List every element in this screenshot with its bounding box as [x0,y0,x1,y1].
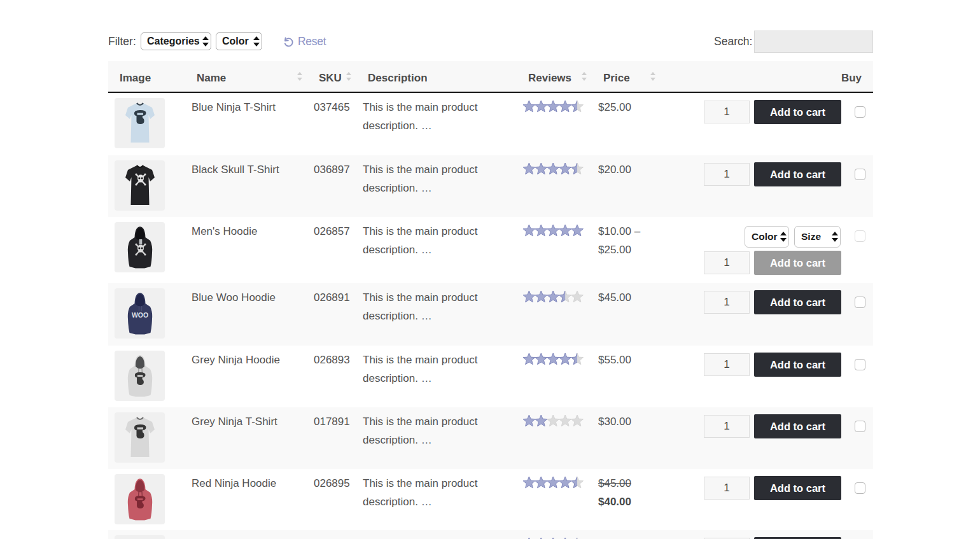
svg-text:WOO: WOO [132,311,148,319]
